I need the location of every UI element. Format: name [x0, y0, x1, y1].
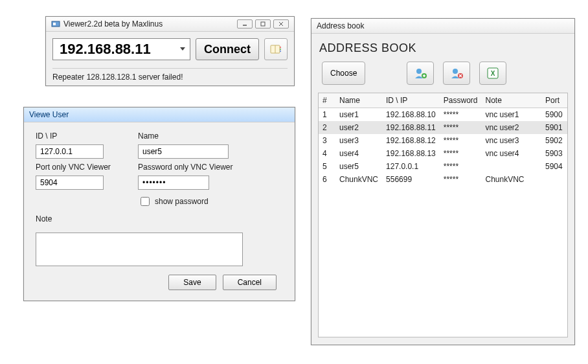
col-idip[interactable]: ID \ IP: [382, 93, 440, 108]
table-row[interactable]: 5user5127.0.0.1*****5904: [319, 160, 567, 173]
cell-port: [541, 173, 567, 186]
col-name[interactable]: Name: [335, 93, 382, 108]
show-password-checkbox[interactable]: [141, 197, 150, 206]
cell-name: ChunkVNC: [335, 173, 382, 186]
status-text: Repeater 128.128.128.1 server failed!: [52, 68, 288, 82]
cell-num: 5: [319, 160, 335, 173]
minimize-button[interactable]: [237, 19, 253, 28]
cell-num: 1: [319, 108, 335, 122]
viewer-title: Viewer2.2d beta by Maxlinus: [63, 19, 163, 28]
name-label: Name: [138, 131, 242, 141]
col-password[interactable]: Password: [440, 93, 482, 108]
address-book-button[interactable]: [264, 38, 288, 60]
cell-name: user4: [335, 147, 382, 160]
col-num[interactable]: #: [319, 93, 335, 108]
svg-rect-9: [280, 47, 281, 48]
id-ip-input[interactable]: [36, 144, 104, 159]
cell-note: vnc user1: [481, 108, 541, 122]
cell-password: *****: [440, 134, 482, 147]
table-row[interactable]: 2user2192.168.88.11*****vnc user25901: [319, 121, 567, 134]
cell-note: ChunkVNC: [481, 173, 541, 186]
svg-rect-10: [280, 49, 281, 50]
col-port[interactable]: Port: [541, 93, 567, 108]
svg-point-12: [416, 69, 422, 74]
cell-num: 2: [319, 121, 335, 134]
cell-note: vnc user4: [481, 147, 541, 160]
cell-name: user1: [335, 108, 382, 122]
close-button[interactable]: [273, 19, 289, 28]
cell-name: user3: [335, 134, 382, 147]
cell-name: user2: [335, 121, 382, 134]
note-textarea[interactable]: [36, 233, 243, 266]
save-button[interactable]: Save: [168, 275, 216, 290]
address-book-titlebar[interactable]: Address book: [311, 19, 574, 34]
cell-num: 3: [319, 134, 335, 147]
password-input[interactable]: [138, 176, 209, 190]
svg-rect-1: [53, 23, 56, 25]
cell-port: 5904: [541, 160, 567, 173]
cell-num: 4: [319, 147, 335, 160]
cell-id_ip: 192.168.88.13: [382, 147, 440, 160]
edit-user-window: Viewe User ID \ IP Name Port only VNC Vi…: [23, 107, 295, 301]
cell-name: user5: [335, 160, 382, 173]
table-row[interactable]: 4user4192.168.88.13*****vnc user45903: [319, 147, 567, 160]
port-label: Port only VNC Viewer: [36, 163, 126, 172]
address-table: # Name ID \ IP Password Note Port 1user1…: [319, 93, 567, 186]
remove-user-button[interactable]: [443, 62, 470, 85]
cell-password: *****: [440, 108, 482, 122]
svg-marker-6: [180, 47, 185, 51]
ip-input[interactable]: [58, 40, 179, 58]
address-book-window: Address book ADDRESS BOOK Choose X # Nam…: [311, 18, 575, 345]
cell-num: 6: [319, 173, 335, 186]
svg-rect-11: [280, 51, 281, 52]
note-label: Note: [36, 214, 283, 223]
cell-id_ip: 127.0.0.1: [382, 160, 440, 173]
table-row[interactable]: 1user1192.168.88.10*****vnc user15900: [319, 108, 567, 122]
password-label: Password only VNC Viewer: [138, 163, 242, 172]
address-book-title: Address book: [317, 21, 364, 30]
ip-combobox[interactable]: [52, 38, 190, 60]
app-icon: [51, 19, 60, 28]
svg-text:X: X: [491, 70, 495, 77]
viewer-titlebar[interactable]: Viewer2.2d beta by Maxlinus: [46, 17, 294, 32]
add-user-button[interactable]: [407, 62, 434, 85]
table-row[interactable]: 6ChunkVNC556699*****ChunkVNC: [319, 173, 567, 186]
cell-password: *****: [440, 173, 482, 186]
svg-rect-3: [261, 22, 265, 26]
dropdown-arrow-icon[interactable]: [179, 45, 187, 54]
maximize-button[interactable]: [255, 19, 271, 28]
cell-password: *****: [440, 160, 482, 173]
cell-port: 5902: [541, 134, 567, 147]
address-book-heading: ADDRESS BOOK: [319, 41, 568, 55]
connect-button[interactable]: Connect: [196, 38, 259, 60]
address-table-container: # Name ID \ IP Password Note Port 1user1…: [318, 93, 568, 337]
table-row[interactable]: 3user3192.168.88.12*****vnc user35902: [319, 134, 567, 147]
cell-password: *****: [440, 121, 482, 134]
cell-note: vnc user2: [481, 121, 541, 134]
export-excel-button[interactable]: X: [479, 62, 506, 85]
cell-id_ip: 192.168.88.10: [382, 108, 440, 122]
cell-id_ip: 556699: [382, 173, 440, 186]
show-password-label: show password: [155, 197, 209, 206]
cell-password: *****: [440, 147, 482, 160]
choose-button[interactable]: Choose: [322, 62, 365, 85]
id-ip-label: ID \ IP: [36, 131, 126, 141]
name-input[interactable]: [138, 144, 229, 159]
cell-note: vnc user3: [481, 134, 541, 147]
cell-id_ip: 192.168.88.11: [382, 121, 440, 134]
cell-port: 5901: [541, 121, 567, 134]
port-input[interactable]: [36, 176, 104, 190]
edit-user-titlebar[interactable]: Viewe User: [24, 108, 295, 122]
svg-point-16: [453, 69, 458, 74]
cancel-button[interactable]: Cancel: [223, 275, 277, 290]
col-note[interactable]: Note: [481, 93, 541, 108]
viewer-window: Viewer2.2d beta by Maxlinus Connect Repe…: [45, 16, 295, 86]
edit-user-title: Viewe User: [29, 110, 69, 119]
cell-note: [481, 160, 541, 173]
cell-id_ip: 192.168.88.12: [382, 134, 440, 147]
cell-port: 5903: [541, 147, 567, 160]
cell-port: 5900: [541, 108, 567, 122]
